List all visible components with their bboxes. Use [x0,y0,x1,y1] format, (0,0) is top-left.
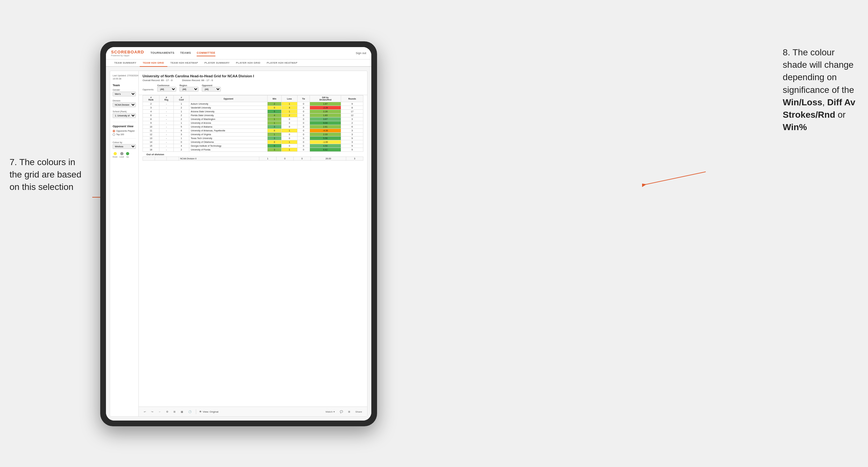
logo-text: SCOREBOARD [111,50,144,54]
cell-win: 1 [268,117,282,121]
tab-team-h2h-grid[interactable]: TEAM H2H GRID [140,60,167,67]
cell-rounds: 9 [341,136,363,140]
col-opponent: Opponent [189,95,268,102]
cell-opponent: University of Florida [189,148,268,152]
cell-rank: 12 [143,133,159,136]
cell-reg: - [159,129,174,133]
ood-conf [167,157,179,161]
colour-by-select[interactable]: Win/loss [113,144,136,149]
tab-team-summary[interactable]: TEAM SUMMARY [111,60,140,67]
legend-level: Level [119,152,124,158]
cell-opponent: Texas Tech University [189,136,268,140]
school-select[interactable]: 1. University of Nort... [113,113,136,118]
cell-rank: 13 [143,136,159,140]
radio-opponents-played[interactable]: Opponents Played [113,130,136,132]
cell-rounds: 6 [341,125,363,129]
gender-select[interactable]: Men's [113,92,136,96]
view-original[interactable]: 👁 View: Original [199,410,218,413]
cell-rounds: 8 [341,106,363,110]
cell-opponent: University of Arkansas, Fayetteville [189,129,268,133]
table-row: 16 - 2 University of Florida 3 1 0 6.62 … [143,148,363,152]
cell-conf: 1 [174,110,189,114]
cell-reg: - [159,106,174,110]
opponents-label: Opponents: [143,88,154,91]
comment-btn[interactable]: 💬 [339,410,344,414]
cell-tie: 0 [298,129,310,133]
divider2 [113,138,136,139]
nav-teams[interactable]: TEAMS [180,50,191,56]
ood-diff: 26.00 [311,157,346,161]
logo-sub: Powered by clippd [111,54,144,57]
nav-tournaments[interactable]: TOURNAMENTS [151,50,174,56]
cell-reg: - [159,148,174,152]
cell-loss: 1 [281,140,298,144]
col-loss: Loss [281,95,298,102]
division-select[interactable]: NCAA Division I [113,102,136,107]
cell-diff: 2.33 [310,133,341,136]
col-tie: Tie [298,95,310,102]
cell-rounds: 17 [341,110,363,114]
layout-btn[interactable]: ▦ [180,410,185,414]
watch-btn[interactable]: Watch ▾ [324,410,336,414]
clock-btn[interactable]: 🕐 [187,410,193,414]
cell-opponent: University of Alabama [189,125,268,129]
table-row: 6 - 2 Florida State University 4 2 0 1.8… [143,114,363,117]
cell-win: 0 [268,106,282,110]
cell-tie: 0 [298,102,310,106]
sign-out-button[interactable]: Sign out [356,52,366,55]
cell-tie: 0 [298,148,310,152]
undo-btn[interactable]: ↩ [143,410,147,414]
cell-diff: -1.00 [310,140,341,144]
h2h-grid-table: #Rank #Reg #Conf Opponent Win Loss Tie D… [143,95,363,152]
cell-conf: 3 [174,133,189,136]
table-row: 10 - 5 University of Alabama 3 0 0 2.61 … [143,125,363,129]
cell-diff: -4.33 [310,129,341,133]
cell-tie: 0 [298,121,310,125]
out-of-division-label: Out of division [143,152,363,157]
tab-player-h2h-grid[interactable]: PLAYER H2H GRID [233,60,264,67]
legend-circle-up [126,152,129,155]
cell-win: 3 [268,125,282,129]
tab-player-summary[interactable]: PLAYER SUMMARY [201,60,232,67]
cell-tie: 0 [298,136,310,140]
cell-win: 0 [268,140,282,144]
cell-conf: 2 [174,117,189,121]
region-select[interactable]: (All) [180,87,198,92]
content-panel: Last Updated: 27/03/2024 16:55:38 Team G… [110,71,368,417]
opponent-select[interactable]: (All) [202,87,221,92]
cell-diff: 9.00 [310,121,341,125]
cell-tie: 0 [298,106,310,110]
cell-reg: - [159,110,174,114]
col-rounds: Rounds [341,95,363,102]
tab-team-h2h-heatmap[interactable]: TEAM H2H HEATMAP [167,60,202,67]
grid-view-btn[interactable]: ⊞ [347,410,351,414]
back-btn[interactable]: ← [157,410,162,414]
settings-btn[interactable]: ⚙ [165,410,169,414]
ood-win: 1 [259,157,276,161]
redo-btn[interactable]: ↪ [150,410,155,414]
tab-player-h2h-heatmap[interactable]: PLAYER H2H HEATMAP [264,60,301,67]
radio-dot-opponents [113,130,115,132]
cell-reg: - [159,133,174,136]
cell-loss: 1 [281,102,298,106]
cell-win: 2 [268,102,282,106]
cell-rank: 10 [143,125,159,129]
ood-name: NCAA Division II [179,157,259,161]
nav-committee[interactable]: COMMITTEE [197,50,215,56]
opponent-view-radio-group: Opponents Played Top 100 [113,130,136,136]
cell-loss: 0 [281,133,298,136]
conference-select[interactable]: (All) [157,87,176,92]
view-label: View: Original [203,410,218,413]
radio-top-100[interactable]: Top 100 [113,133,136,136]
cell-tie: 0 [298,133,310,136]
cell-loss: 1 [281,129,298,133]
cell-diff: 5.56 [310,136,341,140]
table-row: 9 - 1 University of Arizona 1 0 0 9.00 2 [143,121,363,125]
cell-conf: 4 [174,144,189,148]
cell-win: 0 [268,129,282,133]
share-btn[interactable]: Share [354,410,363,414]
cell-loss: 0 [281,125,298,129]
tablet-frame: SCOREBOARD Powered by clippd TOURNAMENTS… [100,41,377,426]
cell-conf: 2 [174,114,189,117]
grid-btn[interactable]: ⊞ [172,410,177,414]
